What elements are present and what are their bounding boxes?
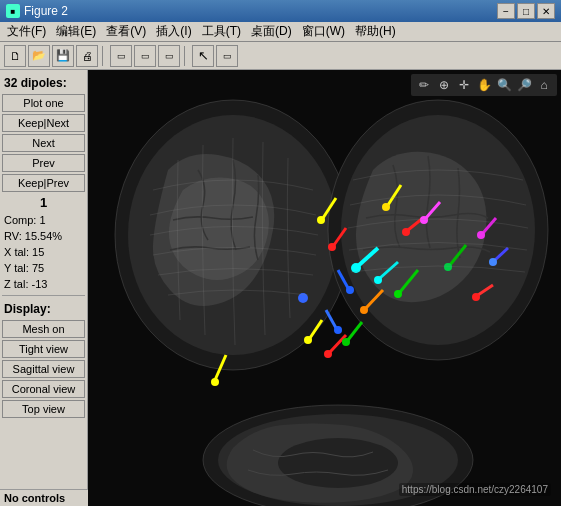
menu-window[interactable]: 窗口(W) xyxy=(297,21,350,42)
svg-point-37 xyxy=(477,231,485,239)
z-tal-label: Z tal: -13 xyxy=(2,277,85,291)
tb-btn9[interactable]: ▭ xyxy=(216,45,238,67)
window-title: Figure 2 xyxy=(24,4,68,18)
tb-new[interactable]: 🗋 xyxy=(4,45,26,67)
menu-bar: 文件(F) 编辑(E) 查看(V) 插入(I) 工具(T) 桌面(D) 窗口(W… xyxy=(0,22,561,42)
svg-point-19 xyxy=(472,293,480,301)
watermark: https://blog.csdn.net/czy2264107 xyxy=(399,483,551,496)
plot-one-button[interactable]: Plot one xyxy=(2,94,85,112)
svg-point-21 xyxy=(346,286,354,294)
brain-toolbar: ✏ ⊕ ✛ ✋ 🔍 🔍 ⌂ xyxy=(411,74,557,96)
toolbar-separator-2 xyxy=(184,46,188,66)
svg-point-23 xyxy=(334,326,342,334)
tb-btn6[interactable]: ▭ xyxy=(134,45,156,67)
svg-point-15 xyxy=(328,243,336,251)
minimize-button[interactable]: − xyxy=(497,3,515,19)
crosshair-icon[interactable]: ✛ xyxy=(455,76,473,94)
dipoles-label: 32 dipoles: xyxy=(2,74,85,92)
tb-print[interactable]: 🖨 xyxy=(76,45,98,67)
svg-point-45 xyxy=(304,336,312,344)
brain-svg xyxy=(88,70,561,506)
top-view-button[interactable]: Top view xyxy=(2,400,85,418)
title-bar: ■ Figure 2 − □ ✕ xyxy=(0,0,561,22)
comp-number: 1 xyxy=(2,194,85,211)
menu-view[interactable]: 查看(V) xyxy=(101,21,151,42)
y-tal-label: Y tal: 75 xyxy=(2,261,85,275)
zoom-out-icon[interactable]: 🔍 xyxy=(515,76,533,94)
next-button[interactable]: Next xyxy=(2,134,85,152)
svg-point-13 xyxy=(382,203,390,211)
display-label: Display: xyxy=(2,300,85,318)
rv-label: RV: 15.54% xyxy=(2,229,85,243)
pencil-icon[interactable]: ✏ xyxy=(415,76,433,94)
menu-insert[interactable]: 插入(I) xyxy=(151,21,196,42)
svg-point-11 xyxy=(317,216,325,224)
brain-background: ✏ ⊕ ✛ ✋ 🔍 🔍 ⌂ https://blog.csdn.net/czy2… xyxy=(88,70,561,506)
keep-prev-button[interactable]: Keep|Prev xyxy=(2,174,85,192)
hand-icon[interactable]: ✋ xyxy=(475,76,493,94)
target-icon[interactable]: ⊕ xyxy=(435,76,453,94)
menu-edit[interactable]: 编辑(E) xyxy=(51,21,101,42)
svg-point-31 xyxy=(394,290,402,298)
svg-point-39 xyxy=(360,306,368,314)
main-area: 32 dipoles: Plot one Keep|Next Next Prev… xyxy=(0,70,561,506)
window-icon: ■ xyxy=(6,4,20,18)
comp-label: Comp: 1 xyxy=(2,213,85,227)
menu-file[interactable]: 文件(F) xyxy=(2,21,51,42)
svg-point-9 xyxy=(211,378,219,386)
toolbar: 🗋 📂 💾 🖨 ▭ ▭ ▭ ↖ ▭ xyxy=(0,42,561,70)
menu-help[interactable]: 帮助(H) xyxy=(350,21,401,42)
tb-btn7[interactable]: ▭ xyxy=(158,45,180,67)
tb-arrow[interactable]: ↖ xyxy=(192,45,214,67)
maximize-button[interactable]: □ xyxy=(517,3,535,19)
no-controls-label: No controls xyxy=(0,489,88,506)
svg-point-33 xyxy=(444,263,452,271)
svg-point-7 xyxy=(278,438,398,488)
close-button[interactable]: ✕ xyxy=(537,3,555,19)
svg-point-17 xyxy=(402,228,410,236)
sagittal-view-button[interactable]: Sagittal view xyxy=(2,360,85,378)
prev-button[interactable]: Prev xyxy=(2,154,85,172)
zoom-in-icon[interactable]: 🔍 xyxy=(495,76,513,94)
svg-point-41 xyxy=(324,350,332,358)
menu-tools[interactable]: 工具(T) xyxy=(197,21,246,42)
toolbar-separator-1 xyxy=(102,46,106,66)
left-panel: 32 dipoles: Plot one Keep|Next Next Prev… xyxy=(0,70,88,506)
home-icon[interactable]: ⌂ xyxy=(535,76,553,94)
tb-btn5[interactable]: ▭ xyxy=(110,45,132,67)
keep-next-button[interactable]: Keep|Next xyxy=(2,114,85,132)
tight-view-button[interactable]: Tight view xyxy=(2,340,85,358)
tb-open[interactable]: 📂 xyxy=(28,45,50,67)
arrow-icon: ↖ xyxy=(198,48,209,63)
panel-divider xyxy=(2,295,85,296)
svg-point-29 xyxy=(374,276,382,284)
coronal-view-button[interactable]: Coronal view xyxy=(2,380,85,398)
svg-point-35 xyxy=(420,216,428,224)
svg-point-25 xyxy=(489,258,497,266)
brain-area: ✏ ⊕ ✛ ✋ 🔍 🔍 ⌂ https://blog.csdn.net/czy2… xyxy=(88,70,561,506)
tb-save[interactable]: 💾 xyxy=(52,45,74,67)
menu-desktop[interactable]: 桌面(D) xyxy=(246,21,297,42)
x-tal-label: X tal: 15 xyxy=(2,245,85,259)
title-bar-controls: − □ ✕ xyxy=(497,3,555,19)
svg-point-43 xyxy=(342,338,350,346)
mesh-on-button[interactable]: Mesh on xyxy=(2,320,85,338)
